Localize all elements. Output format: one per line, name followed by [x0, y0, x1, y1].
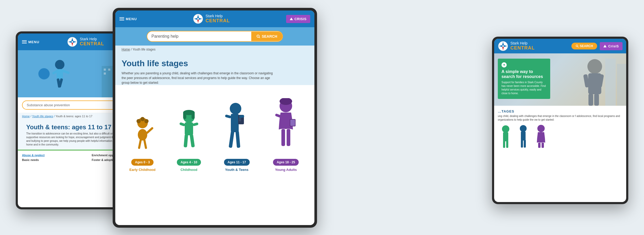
svg-point-5: [72, 41, 73, 43]
menu-label: MENU: [126, 17, 137, 21]
svg-rect-70: [617, 64, 626, 106]
left-menu-button[interactable]: MENU: [22, 40, 39, 44]
svg-rect-39: [183, 111, 186, 119]
right-hero-section: ♥ A simple way to search for resources S…: [494, 53, 626, 106]
breadcrumb-current: Youth & teens: ages 11 to 17: [56, 115, 92, 118]
logo-text: Stark Help CENTRAL: [205, 14, 230, 23]
logo-text: Stark Help CENTRAL: [510, 41, 535, 51]
right-screen: Stark Help CENTRAL SEARCH CrisiS: [494, 39, 626, 202]
logo-stark: Stark Help: [205, 14, 230, 18]
right-stages-desc: ung child, dealing with challenges that …: [498, 114, 623, 122]
age-label-11-17: Youth & Teens: [225, 168, 248, 172]
logo-text: Stark Help CENTRAL: [80, 37, 104, 46]
compass-icon: [67, 37, 78, 47]
compass-icon: [498, 41, 508, 51]
svg-rect-84: [524, 140, 526, 148]
center-navbar: MENU Stark Help CENTRAL CRISIS: [115, 10, 314, 27]
breadcrumb-home[interactable]: Home: [22, 115, 30, 118]
right-stages-section: …TAGES ung child, dealing with challenge…: [494, 106, 626, 152]
crisis-label: CRISIS: [294, 17, 307, 21]
logo-central: CENTRAL: [510, 46, 535, 51]
svg-rect-79: [503, 141, 505, 148]
svg-point-66: [502, 45, 504, 47]
age-groups-section: Ages 0 - 3 Early Childhood: [115, 90, 314, 177]
mini-figure-3: [533, 124, 549, 148]
right-crisis-button[interactable]: CrisiS: [600, 42, 623, 50]
svg-rect-78: [503, 132, 508, 141]
svg-point-33: [138, 129, 147, 141]
age-group-11-17[interactable]: Ages 11 - 17 Youth & Teens: [222, 101, 251, 172]
left-logo: Stark Help CENTRAL: [67, 37, 104, 47]
svg-rect-76: [594, 94, 599, 106]
hero-person: [574, 53, 626, 106]
mini-figure-2: [516, 124, 531, 148]
age-group-4-10[interactable]: Ages 4 - 10 Childhood: [176, 109, 202, 172]
age-group-18-25[interactable]: Ages 18 - 25 Young Adults: [271, 98, 300, 172]
svg-point-26: [197, 18, 199, 20]
svg-point-46: [230, 103, 241, 114]
center-breadcrumb: Home / Youth life stages: [115, 46, 314, 53]
svg-line-36: [144, 140, 146, 148]
search-btn-label: SEARCH: [262, 34, 277, 38]
logo-stark: Stark Help: [510, 41, 535, 45]
figure-young-adults: [271, 98, 300, 156]
page-desc: Whether you are parenting a young child,…: [122, 71, 274, 85]
svg-rect-44: [179, 122, 185, 127]
svg-rect-12: [104, 72, 106, 75]
breadcrumb-life-stages[interactable]: Youth life stages: [32, 115, 53, 118]
svg-rect-10: [104, 69, 106, 71]
svg-point-85: [537, 125, 545, 132]
right-search-button[interactable]: SEARCH: [571, 43, 597, 49]
breadcrumb-home[interactable]: Home: [122, 48, 130, 51]
heart-icon: ♥: [501, 62, 507, 68]
svg-rect-58: [281, 129, 285, 146]
hamburger-icon: [119, 17, 124, 20]
svg-rect-52: [225, 114, 232, 119]
svg-rect-59: [287, 129, 290, 146]
right-hero-card: ♥ A simple way to search for resources S…: [498, 59, 550, 99]
figure-youth-teens: [222, 101, 251, 156]
age-badge-0-3[interactable]: Ages 0 - 3: [131, 159, 154, 166]
logo-stark: Stark Help: [80, 37, 104, 41]
svg-point-67: [576, 45, 578, 47]
center-crisis-button[interactable]: CRISIS: [286, 15, 310, 23]
age-group-0-3[interactable]: Ages 0 - 3 Early Childhood: [129, 114, 156, 172]
breadcrumb-current: Youth life stages: [133, 48, 156, 51]
svg-rect-42: [184, 134, 188, 147]
center-device: MENU Stark Help CENTRAL CRISIS: [113, 8, 317, 228]
center-page-content: Youth life stages Whether you are parent…: [115, 53, 314, 85]
person-silhouette: [574, 53, 626, 106]
svg-line-28: [259, 37, 260, 38]
svg-point-81: [520, 125, 527, 132]
svg-rect-41: [185, 122, 193, 135]
age-badge-18-25[interactable]: Ages 18 - 25: [273, 159, 299, 166]
right-stages-title: …TAGES: [498, 109, 623, 113]
svg-rect-83: [521, 140, 523, 148]
age-badge-4-10[interactable]: Ages 4 - 10: [177, 159, 201, 166]
svg-point-77: [502, 125, 509, 133]
svg-rect-87: [542, 143, 544, 148]
link-basic[interactable]: Basic needs: [22, 158, 86, 161]
right-nav-actions: SEARCH CrisiS: [571, 42, 623, 50]
center-search-input[interactable]: [147, 31, 251, 41]
search-btn-label: SEARCH: [580, 44, 593, 48]
svg-point-30: [137, 119, 141, 123]
logo-central: CENTRAL: [80, 41, 104, 47]
crisis-triangle-icon: [290, 18, 293, 20]
svg-line-68: [578, 47, 578, 47]
search-button[interactable]: SEARCH: [251, 32, 282, 41]
right-navbar: Stark Help CENTRAL SEARCH CrisiS: [494, 39, 626, 53]
svg-rect-40: [192, 111, 195, 119]
compass-icon: [193, 14, 203, 24]
link-abuse[interactable]: Abuse & neglect: [22, 154, 86, 157]
page-title: Youth life stages: [122, 59, 308, 68]
figure-early-childhood: [131, 114, 154, 156]
center-search-bar: SEARCH: [115, 27, 314, 46]
age-badge-11-17[interactable]: Ages 11 - 17: [224, 159, 250, 166]
svg-point-71: [587, 59, 602, 74]
center-menu-button[interactable]: MENU: [119, 17, 137, 21]
crisis-label: CrisiS: [608, 44, 619, 48]
age-label-0-3: Early Childhood: [129, 168, 156, 172]
svg-point-27: [257, 35, 259, 37]
age-label-18-25: Young Adults: [275, 168, 297, 172]
